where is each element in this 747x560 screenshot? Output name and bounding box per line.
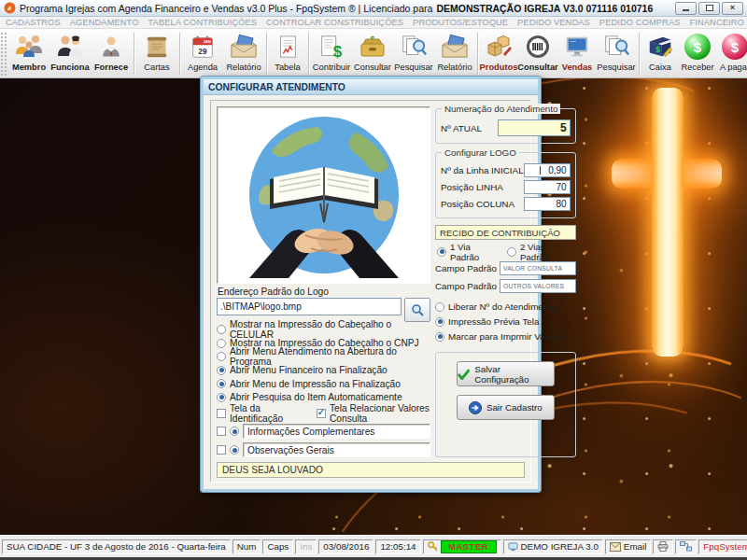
restore-button[interactable]	[698, 2, 720, 15]
toolbar-button-vendas[interactable]: Vendas	[558, 30, 596, 77]
menu-item-controlar-contribuicoes[interactable]: CONTROLAR CONSTRIBUIÇÕES	[266, 18, 403, 27]
option-impressao-previa[interactable]: Impressão Prévia Tela	[435, 315, 576, 328]
vias-radio-row: 1 Via Padrão 2 Vias Padrão	[435, 245, 576, 258]
toolbar-button-relatorio-agenda[interactable]: Relatório	[223, 30, 264, 77]
toolbar-button-relatorio-contribuicao[interactable]: Relatório	[434, 30, 475, 77]
toolbar-separator	[477, 33, 478, 75]
linha-inicial-field[interactable]: 0,90	[524, 163, 571, 177]
staff-icon	[56, 32, 84, 62]
menu-item-cadastros[interactable]: CADASTROS	[6, 18, 61, 27]
close-button[interactable]: ×	[722, 2, 743, 15]
menu-item-financeiro[interactable]: FINANCEIRO	[690, 18, 744, 27]
svg-text:$: $	[333, 43, 343, 61]
menu-item-pedido-vendas[interactable]: PEDIDO VENDAS	[517, 18, 590, 27]
option-abrir-menu-financeiro[interactable]: Abrir Menu Financeiro na Finalização	[217, 364, 430, 376]
posicao-coluna-field[interactable]: 80	[524, 197, 571, 211]
menu-item-tabela-contribuicoes[interactable]: TABELA CONTRIBUIÇÕES	[148, 18, 258, 27]
linha-inicial-label: Nº da Linha INICIAL	[441, 165, 524, 175]
dialog-title-bar[interactable]: CONFIGURAR ATENDIMENTO	[204, 79, 538, 95]
toolbar-button-tabela[interactable]: Tabela	[269, 30, 306, 77]
report-mail-icon	[440, 32, 470, 62]
dialog-title: CONFIGURAR ATENDIMENTO	[208, 82, 345, 92]
logo-globe-bible-handshake-image	[231, 112, 417, 278]
menu-item-produtos-estoque[interactable]: PRODUTOS/ESTOQUE	[413, 18, 508, 27]
campo-padrao-field-2[interactable]: OUTROS VALORES	[500, 279, 576, 293]
toolbar-button-consultar-produto[interactable]: Consultar	[517, 30, 558, 77]
radio-icon	[217, 352, 226, 361]
toolbar-button-consultar-contribuicao[interactable]: $ Consultar	[352, 30, 393, 77]
toolbar-separator	[134, 33, 134, 75]
toolbar-group-contribuicoes: $ Contribuir $ Consultar Pesquisar	[311, 30, 475, 77]
contribution-icon: $	[317, 32, 345, 62]
check-label-relacionar: Tela Relacionar Valores Consulta	[330, 403, 430, 424]
toolbar-label-vendas: Vendas	[562, 63, 593, 72]
toolbar-button-pesquisar-contribuicao[interactable]: Pesquisar	[393, 30, 434, 77]
status-printer[interactable]	[653, 539, 673, 554]
posicao-coluna-value: 80	[557, 199, 567, 209]
toolbar-group-cadastro: Membro Funciona Fornece	[8, 30, 132, 77]
restore-icon	[706, 5, 713, 11]
option-abrir-menu-atendimento[interactable]: Abrir Menu Atendimento na Abertura do Pr…	[217, 351, 430, 363]
toolbar-button-caixa[interactable]: $ Caixa	[641, 30, 679, 77]
option-abrir-pesquisa-item[interactable]: Abrir Pesquisa do Item Automaticamente	[217, 391, 430, 403]
status-email[interactable]: Email	[605, 539, 652, 554]
info-complementares-row: Informações Complementares	[217, 424, 430, 439]
svg-text:29: 29	[198, 47, 207, 56]
status-num-lock: Num	[233, 539, 261, 554]
search-docs-icon	[400, 32, 428, 62]
toolbar-button-cartas[interactable]: Cartas	[136, 30, 177, 77]
campo-padrao-field-1[interactable]: VALOR CONSULTA	[500, 261, 576, 275]
text-caret	[540, 166, 541, 175]
sair-cadastro-button[interactable]: Sair Cadastro	[457, 395, 555, 420]
toolbar-label-relatorio-agenda: Relatório	[226, 63, 261, 72]
salvar-configuracao-button[interactable]: Salvar Configuração	[457, 361, 555, 386]
svg-text:$: $	[655, 45, 660, 54]
option-abrir-menu-impressao[interactable]: Abrir Menu de Impressão na Finalização	[217, 378, 430, 390]
status-network[interactable]	[675, 539, 697, 554]
toolbar-button-produtos[interactable]: Produtos	[480, 30, 517, 77]
toolbar-separator	[179, 33, 180, 75]
toolbar-button-receber[interactable]: $ Receber	[679, 30, 716, 77]
envelope-icon	[610, 542, 621, 552]
numero-atual-value: 5	[560, 121, 567, 134]
checkbox-icon[interactable]	[217, 427, 226, 436]
checkbox-icon[interactable]	[217, 445, 226, 455]
window-title: Programa Igrejas com Agenda Financeiro e…	[20, 3, 432, 14]
observacoes-gerais-row: Observações Gerais	[217, 442, 430, 457]
radio-icon[interactable]	[230, 427, 239, 436]
toolbar-button-apagar[interactable]: $ A pagar	[716, 30, 747, 77]
checkbox-icon[interactable]	[217, 409, 226, 418]
option-marcar-imprimir[interactable]: Marcar para Imprmir Valores	[435, 330, 576, 343]
toolbar-separator	[308, 33, 309, 75]
option-liberar-numero[interactable]: Liberar Nº do Atendimento	[435, 301, 576, 313]
magnifier-icon	[411, 303, 424, 316]
toolbar-label-consultar-produto: Consultar	[517, 63, 557, 72]
toolbar-button-pesquisar-venda[interactable]: Pesquisar	[596, 30, 637, 77]
menu-item-pedido-compras[interactable]: PEDIDO COMPRAS	[599, 18, 681, 27]
letters-icon	[143, 32, 171, 62]
status-master-user: MASTER	[423, 539, 501, 554]
info-complementares-field[interactable]: Informações Complementares	[243, 424, 430, 439]
toolbar-button-membro[interactable]: Membro	[8, 30, 49, 77]
toolbar-button-contribuir[interactable]: $ Contribuir	[311, 30, 352, 77]
cashbook-icon: $	[646, 32, 674, 62]
logo-path-input[interactable]	[217, 298, 402, 315]
radio-icon	[435, 332, 444, 342]
report-mail-icon	[229, 32, 259, 62]
menu-item-agendamento[interactable]: AGENDAMENTO	[70, 18, 139, 27]
radio-icon[interactable]	[230, 445, 239, 455]
toolbar-button-funcionario[interactable]: Funciona	[49, 30, 91, 77]
radio-icon[interactable]	[507, 247, 516, 257]
receive-dollar-icon: $	[684, 32, 711, 62]
posicao-linha-field[interactable]: 70	[524, 180, 571, 194]
radio-icon[interactable]	[437, 247, 446, 257]
marcar-label: Marcar para Imprmir Valores	[448, 331, 565, 342]
checkbox-checked-icon[interactable]	[317, 409, 326, 418]
minimize-button[interactable]	[675, 2, 697, 15]
toolbar-button-agenda[interactable]: JAN29 Agenda	[182, 30, 223, 77]
observacoes-gerais-field[interactable]: Observações Gerais	[243, 442, 430, 457]
sair-button-label: Sair Cadastro	[486, 402, 543, 413]
option-mostrar-celular[interactable]: Mostrar na Impressão do Cabeçalho o CELU…	[217, 324, 430, 336]
numero-atual-field[interactable]: 5	[498, 119, 571, 136]
toolbar-button-fornecedor[interactable]: Fornece	[91, 30, 132, 77]
